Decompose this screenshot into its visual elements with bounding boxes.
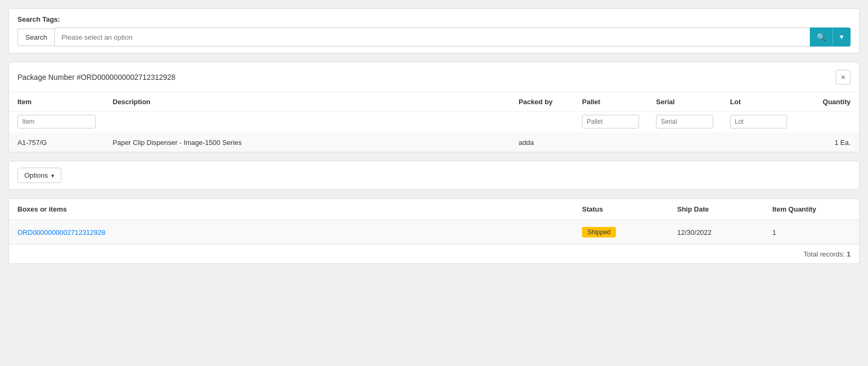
col-header-pallet: Pallet [574,93,648,112]
row-status: Shipped [574,220,669,244]
options-chevron-icon [51,171,54,179]
search-icon: 🔍 [817,33,826,41]
row-item: A1-757/G [9,133,104,152]
row-serial [648,133,722,152]
filter-packedby-cell [510,112,574,133]
row-description: Paper Clip Dispenser - Image-1500 Series [104,133,510,152]
package-table: Item Description Packed by Pallet Serial… [9,93,859,152]
col-header-item-quantity: Item Quantity [764,199,859,220]
package-label: Package Number # [17,73,81,81]
options-section: Options [8,161,860,190]
order-number-link[interactable]: ORD0000000002712312928 [17,228,105,236]
row-pallet [574,133,648,152]
col-header-packed-by: Packed by [510,93,574,112]
package-table-wrapper: Item Description Packed by Pallet Serial… [9,93,859,152]
package-table-header-row: Item Description Packed by Pallet Serial… [9,93,859,112]
col-header-description: Description [104,93,510,112]
options-label: Options [24,171,48,179]
filter-desc-cell [104,112,510,133]
col-header-quantity: Quantity [796,93,859,112]
row-ship-date: 12/30/2022 [669,220,764,244]
pallet-filter-input[interactable] [582,115,639,129]
close-package-button[interactable]: × [836,70,851,85]
package-number-value: ORD0000000002712312928 [81,73,176,81]
filter-item-cell [9,112,104,133]
table-row: ORD0000000002712312928 Shipped 12/30/202… [9,220,859,244]
package-header: Package Number #ORD0000000002712312928 × [9,62,859,93]
filter-pallet-cell [574,112,648,133]
search-button[interactable]: Search [17,29,54,46]
row-order-link: ORD0000000002712312928 [9,220,574,244]
row-packed-by: adda [510,133,574,152]
status-badge: Shipped [582,227,616,237]
chevron-down-icon: ▼ [838,33,845,41]
search-icon-button[interactable]: 🔍 [810,28,833,47]
total-records-value: 1 [847,250,851,258]
search-tags-section: Search Tags: Search 🔍 ▼ [8,8,860,53]
lot-filter-input[interactable] [730,115,787,129]
filter-lot-cell [722,112,796,133]
search-input[interactable] [54,28,810,47]
col-header-serial: Serial [648,93,722,112]
bottom-table-header-row: Boxes or items Status Ship Date Item Qua… [9,199,859,220]
search-tags-label: Search Tags: [17,15,851,23]
serial-filter-input[interactable] [656,115,713,129]
total-records-label: Total records: [804,250,845,258]
col-header-boxes-items: Boxes or items [9,199,574,220]
search-row: Search 🔍 ▼ [17,28,851,47]
filter-row [9,112,859,133]
package-number: Package Number #ORD0000000002712312928 [17,73,176,81]
row-quantity: 1 Ea. [796,133,859,152]
col-header-ship-date: Ship Date [669,199,764,220]
bottom-section: Boxes or items Status Ship Date Item Qua… [8,198,860,264]
total-records-row: Total records: 1 [9,244,859,263]
col-header-lot: Lot [722,93,796,112]
package-section: Package Number #ORD0000000002712312928 ×… [8,62,860,152]
row-item-quantity: 1 [764,220,859,244]
col-header-status: Status [574,199,669,220]
search-dropdown-button[interactable]: ▼ [833,28,851,47]
bottom-table: Boxes or items Status Ship Date Item Qua… [9,199,859,244]
row-lot [722,133,796,152]
options-button[interactable]: Options [17,168,61,183]
filter-qty-cell [796,112,859,133]
filter-serial-cell [648,112,722,133]
item-filter-input[interactable] [17,115,96,129]
table-row: A1-757/G Paper Clip Dispenser - Image-15… [9,133,859,152]
col-header-item: Item [9,93,104,112]
